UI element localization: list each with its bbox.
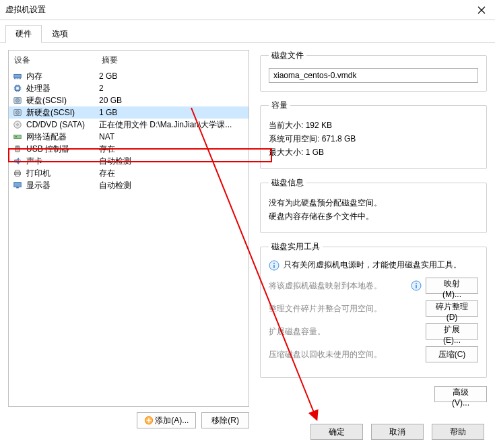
svg-point-10	[17, 124, 19, 126]
device-row[interactable]: CD/DVD (SATA)正在使用文件 D:\Ma.JinJian\大学课...	[9, 119, 249, 131]
svg-point-8	[17, 112, 18, 113]
add-button[interactable]: 添加(A)...	[137, 412, 196, 428]
device-summary: 正在使用文件 D:\Ma.JinJian\大学课...	[99, 119, 246, 131]
util-hint: 只有关闭虚拟机电源时，才能使用磁盘实用工具。	[284, 259, 461, 271]
device-summary: 存在	[99, 168, 246, 179]
svg-rect-0	[14, 74, 22, 77]
map-button[interactable]: 映射(M)...	[426, 278, 478, 294]
nic-icon	[11, 131, 24, 142]
footer-buttons: 确定 取消 帮助	[310, 424, 484, 440]
group-util: 磁盘实用工具 只有关闭虚拟机电源时，才能使用磁盘实用工具。 将该虚拟机磁盘映射到…	[260, 241, 487, 378]
defrag-button[interactable]: 碎片整理(D)	[426, 300, 478, 317]
memory-icon	[11, 71, 24, 82]
compact-button[interactable]: 压缩(C)	[426, 346, 478, 362]
titlebar: 虚拟机设置	[0, 0, 495, 20]
device-name: 网络适配器	[26, 131, 99, 143]
device-name: 内存	[26, 71, 99, 82]
svg-rect-2	[16, 87, 19, 90]
tab-options[interactable]: 选项	[42, 25, 78, 43]
svg-point-22	[273, 263, 275, 264]
cpu-icon	[11, 83, 24, 94]
device-row[interactable]: 处理器2	[9, 82, 249, 94]
group-capacity: 容量 当前大小: 192 KB 系统可用空间: 671.8 GB 最大大小: 1…	[260, 100, 487, 169]
device-summary: 1 GB	[99, 108, 246, 117]
device-summary: 20 GB	[99, 96, 246, 105]
diskfile-input[interactable]	[269, 68, 478, 83]
device-name: 显示器	[26, 180, 99, 191]
list-header: 设备 摘要	[9, 51, 249, 69]
col-device: 设备	[14, 55, 102, 66]
device-row[interactable]: 显示器自动检测	[9, 179, 249, 191]
diskinfo-line1: 没有为此硬盘预分配磁盘空间。	[269, 197, 478, 209]
device-name: 声卡	[26, 156, 99, 167]
tab-hardware[interactable]: 硬件	[5, 25, 42, 43]
group-diskinfo: 磁盘信息 没有为此硬盘预分配磁盘空间。 硬盘内容存储在多个文件中。	[260, 177, 487, 233]
close-button[interactable]	[473, 2, 490, 18]
device-summary: 自动检测	[99, 156, 246, 167]
advanced-button[interactable]: 高级(V)...	[434, 386, 487, 402]
svg-point-5	[17, 100, 18, 100]
svg-rect-14	[16, 146, 19, 148]
cd-icon	[11, 119, 24, 130]
device-name: 硬盘(SCSI)	[26, 95, 99, 106]
plus-icon	[144, 416, 154, 425]
diskinfo-legend: 磁盘信息	[269, 177, 306, 189]
device-row[interactable]: 新硬盘(SCSI)1 GB	[9, 106, 249, 119]
svg-rect-19	[16, 187, 19, 189]
svg-rect-11	[14, 135, 22, 138]
sound-icon	[11, 156, 24, 166]
display-icon	[11, 180, 24, 191]
device-summary: 存在	[99, 143, 246, 155]
window-title: 虚拟机设置	[5, 4, 473, 15]
util-compact-label: 压缩磁盘以回收未使用的空间。	[269, 349, 422, 360]
util-expand-label: 扩展磁盘容量。	[269, 326, 422, 338]
device-name: 打印机	[26, 168, 99, 179]
disk-icon	[11, 95, 24, 106]
capacity-legend: 容量	[269, 100, 290, 111]
util-defrag-label: 整理文件碎片并整合可用空间。	[269, 303, 422, 315]
svg-rect-16	[15, 170, 19, 172]
util-legend: 磁盘实用工具	[269, 241, 323, 253]
usb-icon	[11, 143, 24, 154]
capacity-current: 当前大小: 192 KB	[269, 120, 478, 131]
expand-button[interactable]: 扩展(E)...	[426, 323, 478, 340]
svg-rect-23	[273, 265, 275, 268]
device-name: CD/DVD (SATA)	[26, 120, 99, 129]
help-button[interactable]: 帮助	[432, 424, 484, 440]
device-list: 设备 摘要 内存2 GB处理器2硬盘(SCSI)20 GB新硬盘(SCSI)1 …	[8, 50, 249, 407]
svg-rect-18	[14, 183, 22, 187]
svg-point-25	[416, 283, 417, 284]
cancel-button[interactable]: 取消	[371, 424, 424, 440]
disk-icon	[11, 107, 24, 118]
tabs: 硬件 选项	[0, 20, 495, 43]
capacity-max: 最大大小: 1 GB	[269, 147, 478, 158]
info-icon	[269, 260, 279, 271]
device-row[interactable]: 网络适配器NAT	[9, 131, 249, 143]
util-map-label: 将该虚拟机磁盘映射到本地卷。	[269, 280, 407, 292]
svg-rect-17	[15, 174, 19, 177]
info-icon	[411, 280, 422, 291]
capacity-free: 系统可用空间: 671.8 GB	[269, 133, 478, 145]
device-summary: 2	[99, 84, 246, 93]
remove-button[interactable]: 移除(R)	[201, 412, 249, 428]
add-button-label: 添加(A)...	[155, 415, 189, 426]
device-name: 处理器	[26, 83, 99, 94]
device-summary: 2 GB	[99, 71, 246, 81]
device-row[interactable]: USB 控制器存在	[9, 143, 249, 155]
device-summary: 自动检测	[99, 180, 246, 191]
printer-icon	[11, 168, 24, 179]
device-name: 新硬盘(SCSI)	[26, 107, 99, 119]
device-row[interactable]: 硬盘(SCSI)20 GB	[9, 94, 249, 106]
ok-button[interactable]: 确定	[310, 424, 363, 440]
device-row[interactable]: 声卡自动检测	[9, 155, 249, 167]
device-row[interactable]: 打印机存在	[9, 167, 249, 179]
col-summary: 摘要	[102, 55, 243, 66]
diskinfo-line2: 硬盘内容存储在多个文件中。	[269, 211, 478, 222]
device-row[interactable]: 内存2 GB	[9, 70, 249, 82]
svg-rect-26	[416, 285, 417, 288]
device-summary: NAT	[99, 132, 246, 141]
device-name: USB 控制器	[26, 143, 99, 155]
group-diskfile: 磁盘文件	[260, 50, 487, 92]
svg-rect-12	[15, 136, 18, 137]
diskfile-legend: 磁盘文件	[269, 50, 306, 61]
